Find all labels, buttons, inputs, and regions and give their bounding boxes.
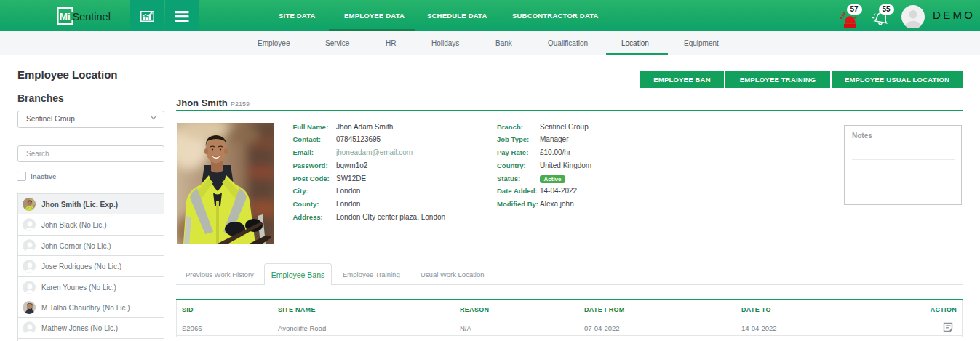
svg-text:Sentinel: Sentinel (73, 11, 111, 23)
svg-text:Mi: Mi (60, 11, 71, 22)
